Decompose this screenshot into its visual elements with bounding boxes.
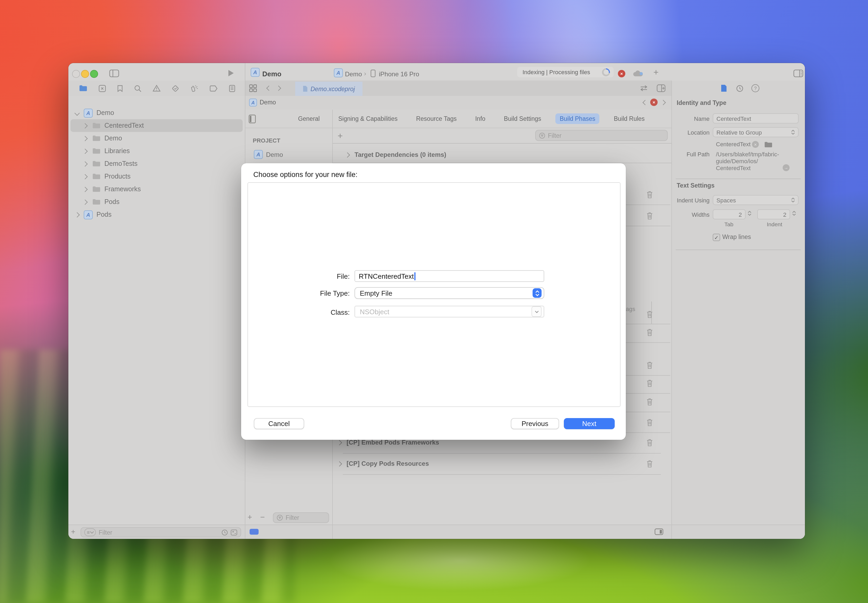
tab-signing[interactable]: Signing & Capabilities	[334, 113, 402, 124]
trash-icon[interactable]	[646, 310, 653, 319]
trash-icon[interactable]	[646, 190, 653, 199]
debug-navigator-icon[interactable]	[190, 85, 198, 92]
project-pane-item[interactable]: A Demo	[254, 150, 283, 159]
add-editor-icon[interactable]	[656, 84, 665, 92]
bookmark-navigator-icon[interactable]	[117, 85, 123, 92]
choose-folder-icon[interactable]	[764, 141, 773, 148]
recent-files-clock-icon[interactable]	[221, 529, 228, 535]
clear-icon[interactable]: ×	[752, 141, 759, 148]
previous-button[interactable]: Previous	[511, 418, 559, 429]
swap-editor-icon[interactable]	[640, 85, 648, 92]
quick-help-inspector-icon[interactable]: ?	[751, 84, 760, 92]
error-badge[interactable]: ×	[618, 70, 625, 77]
file-name-input[interactable]: RTNCenteredText	[354, 270, 544, 282]
changes-navigator-icon[interactable]	[99, 85, 106, 92]
close-button[interactable]	[72, 70, 80, 78]
minimize-button[interactable]	[81, 70, 89, 78]
full-path-line2: guide/Demo/ios/	[716, 158, 758, 164]
next-button[interactable]: Next	[564, 418, 615, 429]
jumpbar-next-issue-icon[interactable]	[661, 100, 666, 105]
file-inspector-icon[interactable]	[721, 84, 727, 92]
project-pane-add-button[interactable]: +	[248, 512, 252, 521]
jumpbar-prev-issue-icon[interactable]	[642, 100, 648, 105]
project-navigator-icon[interactable]	[79, 85, 87, 92]
issue-navigator-icon[interactable]	[153, 85, 161, 92]
editor-options-icon[interactable]	[654, 528, 664, 535]
toggle-navigator-icon[interactable]	[109, 70, 119, 77]
tab-general[interactable]: General	[294, 113, 324, 124]
source-control-status-icon[interactable]	[231, 529, 237, 535]
breakpoint-navigator-icon[interactable]	[209, 85, 218, 91]
indent-using-popup[interactable]: Spaces	[713, 195, 798, 205]
project-pane-remove-button[interactable]: −	[260, 512, 265, 521]
breakpoint-indicator[interactable]	[249, 529, 258, 535]
trash-icon[interactable]	[646, 459, 653, 468]
indent-width-field[interactable]: 2	[757, 209, 790, 220]
indent-width-stepper[interactable]	[792, 211, 796, 216]
editor-tab[interactable]: Demo.xcodeproj	[295, 82, 362, 96]
jumpbar-item[interactable]: Demo	[260, 99, 276, 105]
tree-item-demo-group[interactable]: Demo	[68, 132, 245, 145]
row-embed-pods-frameworks[interactable]: [CP] Embed Pods Frameworks	[337, 439, 439, 446]
tab-build-rules[interactable]: Build Rules	[610, 113, 649, 124]
trash-icon[interactable]	[646, 418, 653, 427]
inspector-tab-bar: ?	[672, 80, 805, 96]
test-navigator-icon[interactable]	[172, 85, 179, 92]
report-navigator-icon[interactable]	[229, 85, 235, 92]
wallpaper-wave	[330, 531, 590, 591]
name-field[interactable]: CenteredText	[713, 113, 798, 124]
tab-width-field[interactable]: 2	[713, 209, 746, 220]
find-navigator-icon[interactable]	[134, 85, 141, 92]
tree-item-demo-project[interactable]: A Demo	[68, 107, 245, 119]
tab-info[interactable]: Info	[471, 113, 489, 124]
trash-icon[interactable]	[646, 361, 653, 370]
tree-item-frameworks[interactable]: Frameworks	[68, 183, 245, 196]
tree-item-pods-group[interactable]: Pods	[68, 196, 245, 208]
run-button[interactable]	[228, 70, 234, 77]
jumpbar-error-badge[interactable]: ×	[650, 99, 658, 106]
back-icon[interactable]	[266, 85, 272, 91]
project-pane-filter[interactable]: Filter	[273, 512, 329, 523]
tab-resource-tags[interactable]: Resource Tags	[412, 113, 461, 124]
trash-icon[interactable]	[646, 328, 653, 337]
add-build-phase-button[interactable]: +	[337, 131, 343, 141]
run-destination[interactable]: iPhone 16 Pro	[379, 71, 419, 78]
name-label: Name	[676, 116, 710, 122]
progress-spinner	[602, 68, 610, 76]
trash-icon[interactable]	[646, 438, 653, 447]
file-type-popup[interactable]: Empty File	[354, 287, 544, 299]
navigator-add-button[interactable]: +	[71, 527, 75, 536]
tree-item-libraries[interactable]: Libraries	[68, 145, 245, 158]
row-copy-pods-resources[interactable]: [CP] Copy Pods Resources	[337, 460, 429, 467]
show-targets-sidebar-icon[interactable]	[249, 114, 256, 124]
build-phases-filter[interactable]: Filter	[535, 130, 668, 141]
popup-stepper-icon	[532, 288, 542, 298]
tree-item-centeredtext[interactable]: CenteredText	[68, 119, 245, 132]
wrap-lines-checkbox[interactable]: ✓	[713, 233, 720, 241]
minimap-grid-icon[interactable]	[249, 84, 257, 92]
open-path-arrow-icon[interactable]: →	[783, 164, 789, 171]
combo-chevron-icon	[532, 306, 542, 317]
history-inspector-icon[interactable]	[736, 85, 743, 92]
add-button[interactable]: +	[653, 67, 659, 78]
scheme-name[interactable]: Demo	[345, 71, 362, 78]
window-title: Demo	[262, 70, 282, 78]
tree-item-demotests[interactable]: DemoTests	[68, 158, 245, 170]
trash-icon[interactable]	[646, 212, 653, 220]
tab-build-settings[interactable]: Build Settings	[500, 113, 546, 124]
tree-item-products[interactable]: Products	[68, 170, 245, 183]
trash-icon[interactable]	[646, 397, 653, 406]
cancel-button[interactable]: Cancel	[254, 418, 304, 429]
tab-width-stepper[interactable]	[748, 211, 751, 216]
forward-icon[interactable]	[276, 85, 281, 91]
trash-icon[interactable]	[646, 379, 653, 387]
tree-item-pods-project[interactable]: A Pods	[68, 208, 245, 221]
tab-build-phases[interactable]: Build Phases	[555, 113, 600, 124]
full-path-label: Full Path	[676, 151, 710, 158]
row-target-dependencies[interactable]: Target Dependencies (0 items)	[345, 151, 446, 158]
zoom-button[interactable]	[90, 70, 98, 78]
navigator-filter[interactable]: ≡ Filter	[80, 527, 241, 537]
location-popup[interactable]: Relative to Group	[713, 127, 798, 137]
class-combobox[interactable]: NSObject	[354, 306, 544, 317]
toggle-inspector-icon[interactable]	[793, 70, 803, 77]
